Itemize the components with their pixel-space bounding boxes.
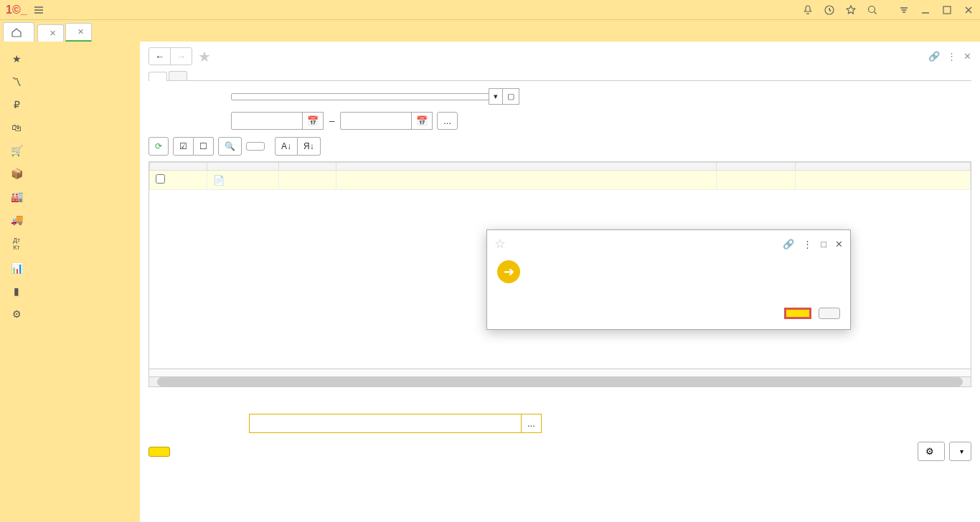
sidebar-item-production[interactable]: 🏭 [0, 185, 140, 208]
uncheck-all-button[interactable]: ☐ [194, 137, 214, 156]
col-rs[interactable] [717, 163, 796, 171]
more-button[interactable]: ▾ [949, 442, 971, 461]
bag-icon: 🛍 [10, 122, 23, 133]
col-date[interactable] [207, 163, 279, 171]
bars-icon: 📊 [10, 262, 23, 274]
sidebar: ★ 〽 ₽ 🛍 🛒 📦 🏭 🚚 ДтКт 📊 ▮ ⚙ [0, 42, 140, 522]
tab-close-icon[interactable]: ✕ [50, 29, 56, 38]
star-icon[interactable]: ☆ [494, 236, 506, 252]
subtab-send[interactable] [149, 72, 167, 81]
box-icon: 📦 [10, 168, 23, 179]
star-icon: ★ [10, 53, 23, 65]
virus-check-dialog: ☆ 🔗 ⋮ □ ✕ ➔ [486, 229, 851, 330]
sidebar-item-main[interactable]: ★ [0, 47, 140, 70]
col-purpose[interactable] [796, 163, 971, 171]
sidebar-item-warehouse[interactable]: 📦 [0, 162, 140, 185]
date-from[interactable] [231, 112, 303, 130]
sidebar-item-catalogs[interactable]: ▮ [0, 280, 140, 303]
content: ← → ★ 🔗 ⋮ ✕ ▾ ▢ 📅 – [140, 42, 980, 522]
close-page-icon[interactable]: ✕ [963, 51, 971, 62]
more-icon[interactable]: ⋮ [947, 51, 956, 62]
home-tab[interactable] [3, 22, 34, 42]
refresh-button[interactable]: ⟳ [149, 137, 169, 156]
search-icon[interactable] [867, 4, 878, 16]
sidebar-item-reports[interactable]: 📊 [0, 257, 140, 280]
bell-icon[interactable] [802, 4, 814, 16]
tab-payments[interactable]: ✕ [37, 24, 64, 42]
book-icon: ▮ [10, 285, 23, 297]
svg-point-1 [869, 6, 875, 12]
sidebar-item-admin[interactable]: ⚙ [0, 303, 140, 326]
tab-bank-exchange[interactable]: ✕ [65, 23, 92, 42]
tab-close-icon[interactable]: ✕ [77, 27, 84, 37]
calendar-icon[interactable]: 📅 [302, 112, 324, 130]
arrow-icon: ➔ [497, 260, 520, 283]
gear-icon: ⚙ [925, 446, 934, 457]
truck-icon: 🚚 [10, 214, 23, 225]
menu-icon[interactable] [898, 4, 910, 16]
check-button[interactable] [784, 308, 811, 319]
tabs-bar: ✕ ✕ [0, 20, 980, 42]
minimize-icon[interactable] [920, 4, 931, 16]
more-icon[interactable]: ⋮ [803, 239, 812, 250]
chevron-down-icon: ▾ [960, 447, 963, 455]
chart-icon: 〽 [10, 76, 23, 87]
cart-icon: 🛒 [10, 145, 23, 156]
export-checkbox[interactable] [156, 174, 165, 184]
sidebar-item-manager[interactable]: 〽 [0, 70, 140, 93]
sidebar-item-operations[interactable]: ДтКт [0, 231, 140, 257]
file-path-input[interactable] [249, 414, 522, 433]
back-button[interactable]: ← [149, 48, 171, 65]
sidebar-item-assets[interactable]: 🚚 [0, 208, 140, 231]
subtab-load[interactable] [169, 71, 187, 80]
link-icon[interactable]: 🔗 [783, 239, 794, 250]
col-number[interactable] [279, 163, 336, 171]
col-export[interactable] [150, 163, 207, 171]
maximize-icon[interactable] [941, 4, 953, 16]
maximize-icon[interactable]: □ [821, 239, 826, 250]
settings-button[interactable]: ⚙ [918, 442, 945, 461]
account-select[interactable] [231, 93, 489, 100]
close-button[interactable] [819, 308, 840, 319]
doc-icon: 📄 [213, 175, 225, 186]
open-icon[interactable]: ▢ [502, 88, 519, 105]
file-browse-button[interactable]: ... [522, 414, 542, 433]
factory-icon: 🏭 [10, 191, 23, 202]
link-icon[interactable]: 🔗 [928, 51, 940, 62]
sort-desc-button[interactable]: Я↓ [298, 137, 321, 156]
logo-1c: 1©_ [6, 4, 27, 16]
table-row[interactable]: 📄 [150, 171, 971, 190]
sidebar-item-purchases[interactable]: 🛒 [0, 139, 140, 162]
close-icon[interactable] [963, 4, 974, 16]
gear-icon: ⚙ [10, 308, 23, 320]
hamburger-icon[interactable] [33, 4, 44, 16]
ruble-icon: ₽ [10, 99, 23, 110]
date-to[interactable] [340, 112, 412, 130]
period-more-button[interactable]: ... [437, 112, 458, 130]
sort-asc-button[interactable]: A↓ [275, 137, 298, 156]
find-button[interactable]: 🔍 [218, 137, 242, 156]
check-all-button[interactable]: ☑ [173, 137, 194, 156]
star-icon[interactable] [845, 4, 857, 16]
favorite-icon[interactable]: ★ [198, 48, 211, 65]
sidebar-item-sales[interactable]: 🛍 [0, 116, 140, 139]
forward-button[interactable]: → [171, 48, 192, 65]
totals-row [149, 369, 971, 377]
dropdown-icon[interactable]: ▾ [489, 88, 503, 105]
dtkr-icon: ДтКт [10, 237, 23, 251]
titlebar: 1©_ [0, 0, 980, 20]
cancel-search-button[interactable] [246, 142, 265, 151]
history-icon[interactable] [824, 4, 835, 16]
calendar-icon[interactable]: 📅 [411, 112, 433, 130]
h-scrollbar[interactable] [149, 377, 971, 387]
upload-button[interactable] [149, 447, 170, 457]
col-blank [336, 163, 717, 171]
svg-rect-2 [943, 6, 951, 14]
close-icon[interactable]: ✕ [835, 239, 843, 250]
sidebar-item-bank[interactable]: ₽ [0, 93, 140, 116]
